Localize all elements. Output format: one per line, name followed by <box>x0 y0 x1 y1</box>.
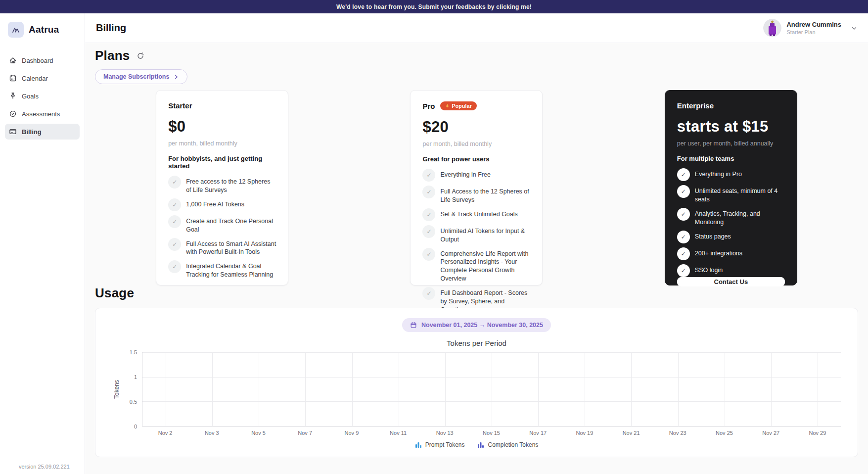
y-tick: 0.5 <box>130 399 137 405</box>
feature-text: Free access to the 12 Spheres of Life Su… <box>186 176 276 194</box>
sidebar-item-calendar[interactable]: Calendar <box>5 70 80 86</box>
feature-text: Create and Track One Personal Goal <box>186 215 276 234</box>
sidebar-item-billing[interactable]: Billing <box>5 124 80 140</box>
check-icon: ✓ <box>677 185 690 198</box>
feature-item: ✓Unlimited AI Tokens for Input & Output <box>422 225 530 244</box>
plan-features: ✓Everything in Pro ✓Unlimited seats, min… <box>677 168 785 277</box>
feature-text: Analytics, Tracking, and Monitoring <box>695 208 785 227</box>
sidebar-item-label: Assessments <box>22 110 60 118</box>
feature-item: ✓Unlimited seats, minimum of 4 seats <box>677 185 785 204</box>
feature-text: Everything in Pro <box>695 168 742 179</box>
legend-completion-tokens[interactable]: Completion Tokens <box>477 441 538 448</box>
plan-name: Enterprise <box>677 101 714 110</box>
usage-panel: November 01, 2025 → November 30, 2025 To… <box>95 308 858 457</box>
brand[interactable]: Aatrua <box>0 13 85 52</box>
feature-item: ✓200+ integrations <box>677 247 785 260</box>
user-menu[interactable]: Andrew Cummins Starter Plan <box>763 19 857 37</box>
feature-item: ✓Analytics, Tracking, and Monitoring <box>677 208 785 227</box>
sidebar-item-assessments[interactable]: Assessments <box>5 106 80 122</box>
manage-subscriptions-label: Manage Subscriptions <box>103 73 169 80</box>
credit-card-icon <box>9 128 17 136</box>
user-meta: Andrew Cummins Starter Plan <box>786 21 841 35</box>
x-tick: Nov 17 <box>529 430 547 436</box>
legend-prompt-tokens[interactable]: Prompt Tokens <box>415 441 465 448</box>
x-tick: Nov 27 <box>762 430 779 436</box>
check-icon: ✓ <box>422 186 435 198</box>
feature-item: ✓Comprehensive Life Report with Personal… <box>422 248 530 284</box>
check-icon: ✓ <box>168 176 181 189</box>
calendar-icon <box>9 74 17 82</box>
feedback-banner[interactable]: We'd love to hear from you. Submit your … <box>0 0 868 13</box>
feature-item: ✓Full Access to the 12 Spheres of Life S… <box>422 186 530 204</box>
x-tick: Nov 7 <box>298 430 312 436</box>
x-tick: Nov 9 <box>345 430 359 436</box>
plan-features: ✓Free access to the 12 Spheres of Life S… <box>168 176 276 279</box>
check-icon: ✓ <box>168 215 181 228</box>
sidebar-item-goals[interactable]: Goals <box>5 88 80 104</box>
sidebar-item-label: Calendar <box>22 75 48 82</box>
check-icon: ✓ <box>168 198 181 211</box>
feature-text: Set & Track Unlimited Goals <box>440 208 517 219</box>
feature-text: Unlimited AI Tokens for Input & Output <box>440 225 530 244</box>
bar-chart-icon <box>415 441 422 448</box>
contact-us-button[interactable]: Contact Us <box>677 277 785 286</box>
feature-text: Full Access to Smart AI Assistant with P… <box>186 238 276 257</box>
topbar: Billing <box>85 13 868 43</box>
refresh-icon[interactable] <box>137 52 144 60</box>
chevron-right-icon <box>174 74 179 80</box>
sidebar-item-label: Dashboard <box>22 57 53 64</box>
flame-icon <box>445 103 450 109</box>
tokens-chart: Tokens 1.5 1 0.5 0 <box>112 352 841 439</box>
popular-badge: Popular <box>440 101 477 110</box>
avatar <box>763 19 781 37</box>
feature-text: Status pages <box>695 231 731 241</box>
brand-name: Aatrua <box>29 24 59 35</box>
y-tick: 1 <box>134 374 137 380</box>
check-icon: ✓ <box>168 238 181 251</box>
page-title: Billing <box>96 22 126 34</box>
chevron-down-icon <box>851 25 857 31</box>
feature-text: 1,000 Free AI Tokens <box>186 198 244 209</box>
y-axis-label: Tokens <box>113 380 120 399</box>
feedback-banner-text: We'd love to hear from you. Submit your … <box>336 3 532 10</box>
x-tick: Nov 11 <box>390 430 407 436</box>
calendar-icon <box>410 322 417 329</box>
plan-tagline: For hobbyists, and just getting started <box>168 155 276 170</box>
legend-label: Prompt Tokens <box>425 441 465 448</box>
x-tick: Nov 3 <box>205 430 219 436</box>
badge-check-icon <box>9 110 17 118</box>
chart-title: Tokens per Period <box>112 339 841 347</box>
check-icon: ✓ <box>422 248 435 261</box>
feature-item: ✓1,000 Free AI Tokens <box>168 198 276 211</box>
plan-price: $0 <box>168 118 276 136</box>
manage-subscriptions-button[interactable]: Manage Subscriptions <box>95 69 187 84</box>
feature-item: ✓Full Access to Smart AI Assistant with … <box>168 238 276 257</box>
feature-item: ✓Everything in Pro <box>677 168 785 181</box>
sidebar: Aatrua Dashboard Cale <box>0 13 85 474</box>
sidebar-item-dashboard[interactable]: Dashboard <box>5 52 80 68</box>
plan-name: Pro <box>422 102 435 110</box>
bar-chart-icon <box>477 441 484 448</box>
check-icon: ✓ <box>677 231 690 243</box>
plan-features: ✓Everything in Free ✓Full Access to the … <box>422 169 530 314</box>
home-icon <box>9 56 17 64</box>
feature-text: SSO login <box>695 264 723 275</box>
x-tick: Nov 2 <box>158 430 173 436</box>
pin-icon <box>9 92 17 100</box>
y-axis-ticks: 1.5 1 0.5 0 <box>121 352 142 427</box>
plan-cards: Starter $0 per month, billed monthly For… <box>95 90 858 285</box>
x-tick: Nov 29 <box>809 430 826 436</box>
chart-legend: Prompt Tokens Completion Tokens <box>112 441 841 448</box>
date-range-picker[interactable]: November 01, 2025 → November 30, 2025 <box>402 318 551 332</box>
plan-price: $20 <box>422 118 530 136</box>
feature-text: Full Access to the 12 Spheres of Life Su… <box>440 186 530 204</box>
y-tick: 0 <box>134 424 137 429</box>
plan-name: Starter <box>168 101 192 110</box>
main-area: Billing <box>85 13 868 474</box>
x-axis-ticks: Nov 2 Nov 3 Nov 5 Nov 7 Nov 9 Nov 11 Nov… <box>142 427 841 439</box>
feature-item: ✓SSO login <box>677 264 785 277</box>
feature-text: Unlimited seats, minimum of 4 seats <box>695 185 785 204</box>
plan-card-starter: Starter $0 per month, billed monthly For… <box>156 90 288 285</box>
x-tick: Nov 25 <box>716 430 733 436</box>
feature-item: ✓Create and Track One Personal Goal <box>168 215 276 234</box>
